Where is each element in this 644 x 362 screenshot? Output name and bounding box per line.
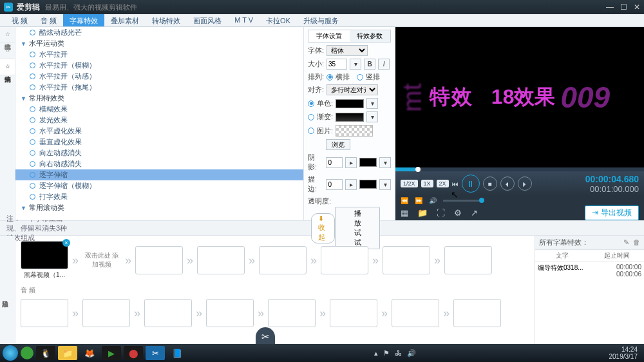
tab-mtv[interactable]: M T V — [228, 14, 260, 26]
tray-network-icon[interactable]: 🖧 — [395, 349, 402, 357]
video-area[interactable]: mt 特效 18效果 009 — [395, 27, 644, 167]
next-skip-icon[interactable]: ⏩ — [415, 197, 422, 204]
list-item[interactable]: 水平拉开（动感） — [15, 71, 303, 82]
taskbar-app-icon[interactable]: 📘 — [167, 346, 187, 360]
taskbar[interactable]: 🐧 📁 🦊 ▶ ⬤ ✂ 📘 ▴ ⚑ 🖧 🔊 14:242019/3/17 — [0, 344, 644, 362]
tray-flag-icon[interactable]: ⚑ — [383, 349, 390, 357]
list-item[interactable]: 水平拉开（拖尾） — [15, 82, 303, 93]
empty-clip[interactable] — [259, 246, 307, 274]
radio-vertical[interactable] — [357, 74, 363, 81]
empty-clip[interactable] — [21, 299, 68, 327]
stepper-icon[interactable]: ▸ — [345, 157, 357, 168]
delete-icon[interactable]: 🗑 — [633, 238, 640, 247]
radio-image[interactable] — [308, 128, 314, 134]
list-item[interactable]: 向右动感消失 — [15, 158, 303, 169]
tab-karaoke[interactable]: 卡拉OK — [260, 14, 297, 26]
tab-video[interactable]: 视 频 — [5, 14, 34, 26]
gradient-swatch[interactable] — [336, 113, 364, 122]
gradient-dropdown-icon[interactable]: ▾ — [366, 111, 378, 122]
tab-transition[interactable]: 转场特效 — [146, 14, 187, 26]
list-item[interactable]: 水平拉开（模糊） — [15, 60, 303, 71]
radio-gradient[interactable] — [308, 114, 314, 120]
list-item[interactable]: 向左动感消失 — [15, 148, 303, 158]
category-scroll[interactable]: ▼常用滚动类 — [15, 202, 303, 213]
empty-clip[interactable] — [383, 246, 430, 274]
empty-clip[interactable] — [135, 246, 183, 274]
stroke-swatch[interactable] — [359, 180, 377, 189]
prev-frame-button[interactable]: ⏴ — [500, 176, 515, 191]
empty-clip[interactable] — [444, 246, 492, 274]
next-frame-button[interactable]: ⏵ — [518, 176, 532, 191]
shadow-input[interactable] — [326, 157, 343, 168]
tab-style[interactable]: 画面风格 — [187, 14, 228, 26]
rewind-icon[interactable]: ⏮ — [452, 180, 459, 187]
size-dropdown-icon[interactable]: ▾ — [350, 59, 361, 70]
prev-skip-icon[interactable]: ⏪ — [401, 197, 408, 204]
timeline-main[interactable]: × 黑幕视频（1... » 双击此处 添加视频 » » » » » » 音 频 … — [15, 236, 535, 352]
empty-clip[interactable] — [330, 299, 377, 327]
effect-list[interactable]: 酷炫动感光芒 ▼水平运动类 水平拉开 水平拉开（模糊） 水平拉开（动感） 水平拉… — [15, 27, 304, 220]
settings-icon[interactable]: ⚙ — [454, 208, 462, 218]
speed-half[interactable]: 1/2X — [401, 180, 418, 187]
taskbar-app-icon[interactable]: ▶ — [102, 346, 121, 360]
folder-icon[interactable]: 📁 — [417, 208, 428, 218]
fullscreen-icon[interactable]: ⛶ — [437, 208, 445, 218]
volume-slider[interactable] — [443, 200, 482, 202]
edit-icon[interactable]: ✎ — [623, 238, 629, 247]
color-dropdown-icon[interactable]: ▾ — [366, 98, 378, 109]
maximize-icon[interactable]: ☐ — [620, 3, 627, 12]
empty-clip[interactable] — [268, 299, 316, 327]
tab-upgrade[interactable]: 升级与服务 — [297, 14, 345, 26]
speed-1x[interactable]: 1X — [421, 180, 433, 187]
align-select[interactable]: 多行时左对齐 — [327, 84, 378, 95]
radio-horizontal[interactable] — [327, 74, 333, 81]
list-item[interactable]: 水平虚化效果 — [15, 126, 303, 137]
list-item[interactable]: 打字效果 — [15, 191, 303, 202]
taskbar-app-icon[interactable]: ✂ — [146, 346, 165, 360]
shadow-swatch[interactable] — [359, 158, 377, 167]
stepper-icon[interactable]: ▸ — [345, 179, 357, 190]
tab-overlay[interactable]: 叠加素材 — [104, 14, 146, 26]
list-item[interactable]: 酷炫动感光芒 — [15, 27, 303, 38]
start-button[interactable] — [3, 345, 18, 361]
subtitle-row[interactable]: 编导特效0318... 00:00:0000:00:06 — [535, 262, 644, 279]
taskbar-clock[interactable]: 14:242019/3/17 — [609, 346, 642, 360]
category-common[interactable]: ▼常用特效类 — [15, 93, 303, 104]
add-video-hint[interactable]: 双击此处 添加视频 — [82, 251, 121, 269]
bold-button[interactable]: B — [364, 59, 375, 70]
list-item[interactable]: 模糊效果 — [15, 104, 303, 115]
seek-bar[interactable] — [395, 167, 644, 171]
empty-clip[interactable] — [197, 246, 245, 274]
stop-button[interactable]: ■ — [483, 176, 497, 191]
font-select[interactable]: 楷体 — [327, 45, 368, 56]
side-tab-appear[interactable]: ☆出现特效 — [0, 27, 15, 43]
volume-icon[interactable]: 🔊 — [429, 197, 437, 204]
empty-clip[interactable] — [321, 246, 368, 274]
tab-font-settings[interactable]: 字体设置 — [308, 30, 350, 42]
empty-clip[interactable] — [206, 299, 254, 327]
play-pause-button[interactable]: ⏸ — [462, 175, 480, 193]
category-horizontal[interactable]: ▼水平运动类 — [15, 38, 303, 49]
tab-subtitle-fx[interactable]: 字幕特效 — [63, 14, 104, 26]
export-button[interactable]: ⇥导出视频 — [585, 205, 639, 220]
empty-clip[interactable] — [82, 299, 130, 327]
tab-fx-params[interactable]: 特效参数 — [350, 30, 391, 42]
side-tab-disappear[interactable]: ☆消失特效 — [0, 59, 15, 75]
stroke-dropdown-icon[interactable]: ▾ — [379, 179, 391, 190]
side-tab-stay[interactable]: ☆停留特效 — [0, 43, 15, 59]
list-item[interactable]: 逐字伸缩（模糊） — [15, 180, 303, 191]
list-item[interactable]: 垂直虚化效果 — [15, 137, 303, 148]
video-clip[interactable]: × — [21, 241, 68, 269]
close-icon[interactable]: ✕ — [634, 3, 640, 12]
list-item-selected[interactable]: 逐字伸缩 — [15, 169, 303, 180]
seek-handle[interactable] — [415, 167, 421, 172]
taskbar-app-icon[interactable] — [21, 347, 33, 359]
taskbar-firefox-icon[interactable]: 🦊 — [80, 346, 99, 360]
shadow-dropdown-icon[interactable]: ▾ — [379, 157, 391, 168]
minimize-icon[interactable]: — — [606, 3, 614, 12]
list-item[interactable]: 发光效果 — [15, 115, 303, 126]
italic-button[interactable]: I — [378, 59, 390, 70]
taskbar-app-icon[interactable]: 📁 — [58, 346, 77, 360]
speed-2x[interactable]: 2X — [437, 180, 449, 187]
share-icon[interactable]: ↗ — [471, 208, 478, 218]
